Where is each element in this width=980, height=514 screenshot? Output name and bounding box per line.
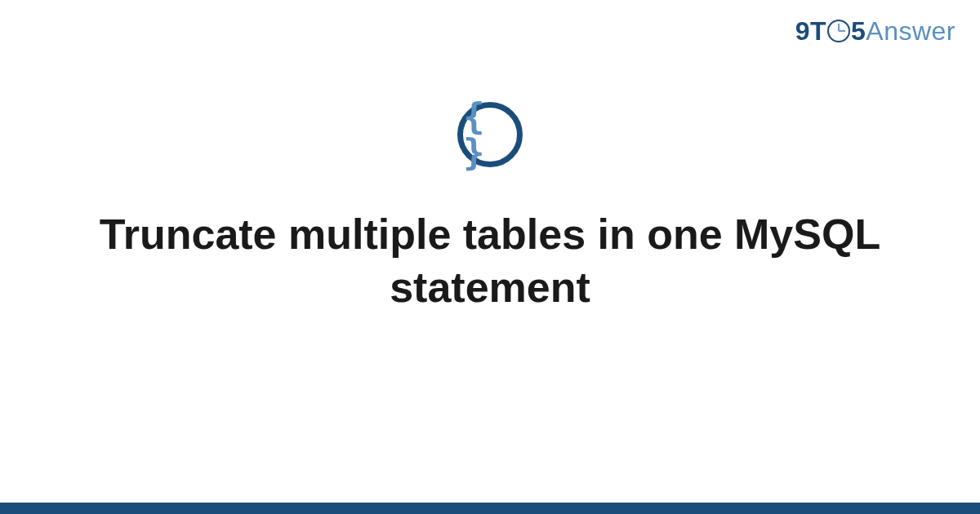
code-braces-icon: { } [457, 102, 523, 167]
braces-glyph: { } [463, 99, 517, 171]
brand-word: Answer [866, 16, 956, 46]
clock-icon [827, 20, 850, 42]
footer-accent-bar [0, 503, 980, 514]
brand-logo: 9T5Answer [795, 16, 956, 47]
brand-suffix: 5 [851, 16, 866, 46]
brand-prefix: 9T [795, 16, 826, 46]
page-title: Truncate multiple tables in one MySQL st… [98, 208, 882, 314]
main-content: { } Truncate multiple tables in one MySQ… [0, 102, 980, 314]
